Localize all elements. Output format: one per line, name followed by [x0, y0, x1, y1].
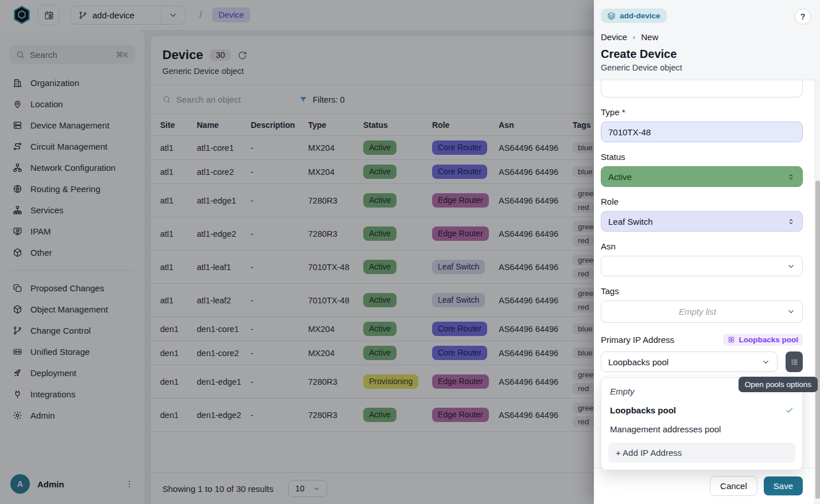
pools-tooltip: Open pools options [739, 377, 818, 392]
chevron-down-icon [787, 262, 795, 271]
app-window: add-device / Device Search ⌘K Organizati… [0, 0, 820, 504]
panel-header: add-device ? Device › New Create Device … [594, 0, 820, 80]
panel-breadcrumb-separator: › [633, 33, 635, 41]
status-select[interactable]: Active [601, 166, 803, 187]
primary-ip-value: Loopbacks pool [608, 357, 669, 367]
chevron-down-icon [761, 358, 770, 366]
role-value: Leaf Switch [608, 217, 653, 226]
type-input[interactable]: 7010TX-48 [601, 122, 803, 142]
updown-caret-icon [787, 217, 795, 226]
panel-breadcrumb: Device › New [601, 32, 811, 42]
clipped-field[interactable] [601, 80, 803, 97]
panel-scrollbar[interactable] [814, 80, 820, 504]
dropdown-option[interactable]: Management addresses pool [601, 420, 802, 439]
panel-branch-name: add-device [620, 11, 660, 20]
save-button[interactable]: Save [764, 476, 803, 495]
list-icon [790, 358, 799, 366]
panel-subtitle: Generic Device object [601, 63, 811, 72]
chevron-down-icon [787, 307, 795, 316]
cancel-button[interactable]: Cancel [710, 476, 757, 496]
create-device-panel: add-device ? Device › New Create Device … [594, 0, 820, 504]
open-pools-options-button[interactable] [786, 351, 803, 372]
role-select[interactable]: Leaf Switch [601, 211, 803, 232]
dropdown-option-label: Loopbacks pool [610, 405, 676, 415]
layers-icon [607, 11, 616, 20]
dropdown-option[interactable]: Loopbacks pool [601, 401, 802, 420]
tags-label: Tags [601, 286, 803, 296]
role-label: Role [601, 197, 803, 206]
loopbacks-pool-badge[interactable]: Loopbacks pool [723, 334, 803, 346]
pool-badge-label: Loopbacks pool [739, 335, 798, 344]
pool-grid-icon [728, 336, 735, 343]
panel-branch-badge[interactable]: add-device [601, 9, 667, 23]
panel-breadcrumb-device[interactable]: Device [601, 32, 627, 42]
panel-title: Create Device [601, 48, 811, 61]
modal-dim-overlay[interactable] [0, 0, 594, 504]
status-value: Active [608, 172, 632, 182]
dropdown-option-label: Empty [610, 386, 635, 396]
tags-placeholder: Empty list [608, 307, 787, 317]
updown-caret-icon [787, 173, 795, 181]
panel-footer: Cancel Save [594, 467, 820, 504]
panel-scrollbar-thumb[interactable] [815, 181, 820, 499]
type-label: Type * [601, 107, 803, 117]
status-label: Status [601, 152, 803, 162]
help-button[interactable]: ? [795, 9, 811, 25]
panel-breadcrumb-new: New [641, 32, 658, 42]
tags-select[interactable]: Empty list [601, 300, 803, 323]
dropdown-option-label: Management addresses pool [610, 424, 721, 434]
asn-label: Asn [601, 241, 803, 251]
primary-ip-label: Primary IP Address [601, 335, 674, 345]
asn-select[interactable] [601, 256, 803, 276]
type-value: 7010TX-48 [608, 127, 651, 137]
primary-ip-select[interactable]: Loopbacks pool [601, 351, 778, 372]
check-icon [785, 406, 794, 415]
add-ip-address-action[interactable]: + Add IP Address [608, 443, 795, 463]
